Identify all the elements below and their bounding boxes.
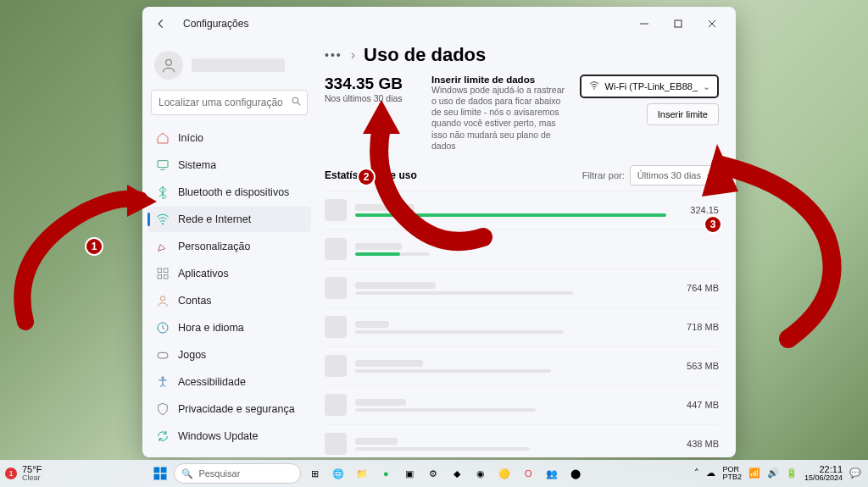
usage-row: 438 MB (325, 424, 719, 457)
user-name-placeholder (192, 58, 285, 72)
clock[interactable]: 22:11 15/06/2024 (804, 464, 843, 483)
home-icon (156, 131, 170, 145)
app-name-placeholder (355, 321, 389, 328)
svg-rect-14 (158, 352, 168, 358)
svg-rect-11 (164, 274, 168, 279)
minimize-button[interactable] (627, 11, 661, 36)
titlebar: Configurações (142, 7, 736, 41)
sidebar-item-gaming[interactable]: Jogos (147, 342, 311, 368)
window-title: Configurações (183, 18, 248, 30)
opera-icon[interactable]: O (518, 463, 538, 484)
usage-bar (355, 369, 551, 373)
app-icon-3[interactable]: ◉ (470, 463, 491, 484)
sidebar-item-system[interactable]: Sistema (147, 152, 311, 178)
svg-rect-9 (164, 268, 168, 273)
usage-bar (355, 330, 564, 334)
sidebar-item-update[interactable]: Windows Update (147, 423, 311, 449)
app-name-placeholder (355, 360, 423, 367)
usage-bar (355, 408, 536, 412)
explorer-icon[interactable]: 📁 (352, 463, 372, 484)
sidebar-item-network[interactable]: Rede e Internet (147, 207, 311, 232)
battery-tray-icon[interactable]: 🔋 (786, 468, 798, 479)
search-field[interactable] (159, 97, 286, 108)
app-name-placeholder (355, 399, 406, 406)
spotify-icon[interactable]: ● (376, 463, 396, 484)
breadcrumb-more[interactable]: ••• (325, 48, 342, 62)
sidebar-item-apps[interactable]: Aplicativos (147, 261, 311, 286)
svg-point-3 (292, 97, 298, 103)
sidebar-item-personalize[interactable]: Personalização (147, 234, 311, 259)
teams-icon[interactable]: 👥 (542, 463, 562, 484)
start-button[interactable] (150, 463, 170, 484)
settings-icon[interactable]: ⚙ (423, 463, 443, 484)
sidebar-item-accounts[interactable]: Contas (147, 288, 311, 313)
taskbar-search[interactable]: 🔍 Pesquisar (174, 463, 301, 484)
chevron-down-icon: ⌄ (703, 81, 710, 92)
close-button[interactable] (695, 11, 729, 36)
annotation-arrow-1 (0, 169, 161, 339)
annotation-marker-1: 1 (85, 237, 103, 256)
search-icon (291, 96, 302, 109)
onedrive-icon[interactable]: ☁ (706, 468, 715, 479)
weather-widget[interactable]: 1 75°F Clear (0, 464, 42, 483)
svg-rect-1 (675, 20, 682, 27)
back-button[interactable] (149, 12, 173, 36)
search-input[interactable] (151, 90, 308, 115)
svg-point-15 (162, 377, 164, 379)
app-name-placeholder (355, 282, 436, 289)
network-selector[interactable]: Wi-Fi (TP-Link_EB88_ ⌄ (580, 75, 719, 98)
tray-chevron-icon[interactable]: ˄ (694, 468, 699, 479)
gaming-icon (156, 348, 170, 362)
nav-label: Bluetooth e dispositivos (178, 186, 289, 198)
accessibility-icon (156, 375, 170, 389)
sidebar-item-home[interactable]: Início (147, 125, 311, 151)
usage-row: 718 MB (325, 307, 719, 346)
maximize-button[interactable] (661, 11, 695, 36)
nav-list: InícioSistemaBluetooth e dispositivosRed… (147, 125, 311, 449)
sidebar-item-privacy[interactable]: Privacidade e segurança (147, 396, 311, 422)
chrome-icon[interactable]: 🟡 (494, 463, 515, 484)
user-account-row[interactable] (147, 47, 311, 90)
total-usage-value: 334.35 GB (325, 75, 418, 93)
filter-label: Filtrar por: (582, 170, 625, 180)
sidebar: InícioSistemaBluetooth e dispositivosRed… (142, 41, 316, 457)
annotation-marker-2: 2 (357, 168, 376, 186)
svg-rect-5 (158, 161, 168, 168)
svg-line-4 (298, 102, 300, 105)
breadcrumb: ••• › Uso de dados (325, 44, 719, 66)
usage-bar (355, 447, 530, 451)
data-limit-title: Inserir limite de dados (431, 75, 566, 85)
language-indicator[interactable]: PORPTB2 (722, 466, 742, 482)
sidebar-item-time[interactable]: Hora e idioma (147, 315, 311, 340)
update-icon (156, 429, 170, 443)
task-view-button[interactable]: ⊞ (304, 463, 325, 484)
usage-row: 764 MB (325, 268, 719, 307)
network-name: Wi-Fi (TP-Link_EB88_ (605, 81, 698, 91)
insert-limit-button[interactable]: Inserir limite (647, 103, 719, 125)
app-icon-2[interactable]: ◆ (447, 463, 467, 484)
avatar (154, 51, 183, 80)
app-name-placeholder (355, 438, 398, 445)
weather-alert-icon: 1 (5, 468, 17, 479)
usage-bar (355, 291, 573, 295)
app-icon-placeholder (325, 199, 347, 221)
edge-icon[interactable]: 🌐 (328, 463, 348, 484)
usage-row: 563 MB (325, 346, 719, 385)
usage-value: 563 MB (675, 361, 719, 371)
nav-label: Windows Update (178, 430, 259, 442)
sidebar-item-bluetooth[interactable]: Bluetooth e dispositivos (147, 180, 311, 205)
wifi-tray-icon[interactable]: 📶 (748, 468, 760, 479)
notifications-icon[interactable]: 💬 (849, 468, 861, 479)
nav-label: Rede e Internet (178, 213, 251, 225)
nav-label: Aplicativos (178, 268, 229, 279)
nav-label: Sistema (178, 159, 216, 171)
usage-value: 438 MB (675, 439, 719, 449)
app-icon[interactable]: ▣ (399, 463, 420, 484)
volume-tray-icon[interactable]: 🔊 (767, 468, 779, 479)
svg-point-16 (593, 88, 595, 90)
sidebar-item-accessibility[interactable]: Acessibilidade (147, 369, 311, 395)
nav-label: Jogos (178, 349, 206, 361)
app-icon-4[interactable]: ⬤ (565, 463, 586, 484)
nav-label: Contas (178, 295, 212, 307)
annotation-arrow-3 (687, 136, 865, 356)
